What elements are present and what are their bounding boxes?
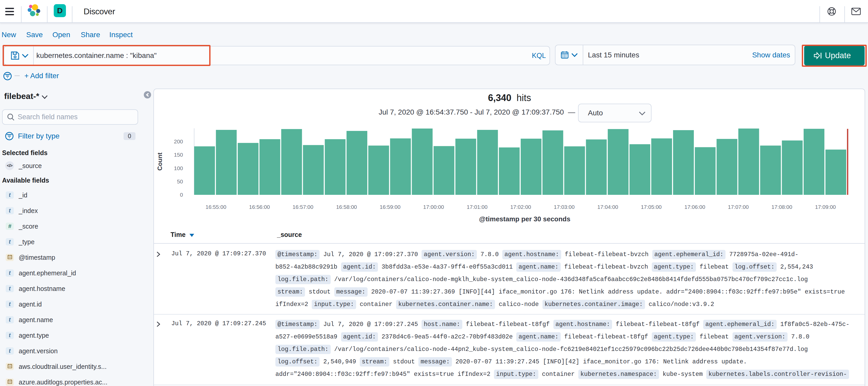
svg-text:16:57:00: 16:57:00 xyxy=(292,204,313,210)
svg-text:200: 200 xyxy=(174,139,183,144)
svg-text:16:59:00: 16:59:00 xyxy=(380,204,401,210)
svg-text:16:56:00: 16:56:00 xyxy=(249,204,270,210)
svg-text:150: 150 xyxy=(174,152,183,158)
svg-text:0: 0 xyxy=(180,192,183,198)
svg-text:16:55:00: 16:55:00 xyxy=(206,204,226,210)
svg-text:100: 100 xyxy=(174,165,183,171)
svg-text:17:07:00: 17:07:00 xyxy=(728,204,749,210)
svg-text:17:02:00: 17:02:00 xyxy=(510,204,531,210)
svg-text:17:01:00: 17:01:00 xyxy=(467,204,488,210)
svg-text:17:05:00: 17:05:00 xyxy=(641,204,662,210)
svg-text:50: 50 xyxy=(177,178,183,184)
svg-text:17:09:00: 17:09:00 xyxy=(815,204,836,210)
svg-text:16:58:00: 16:58:00 xyxy=(336,204,357,210)
svg-text:17:04:00: 17:04:00 xyxy=(597,204,618,210)
svg-text:17:06:00: 17:06:00 xyxy=(684,204,705,210)
svg-text:17:03:00: 17:03:00 xyxy=(554,204,575,210)
svg-text:17:00:00: 17:00:00 xyxy=(423,204,444,210)
svg-text:17:08:00: 17:08:00 xyxy=(771,204,792,210)
